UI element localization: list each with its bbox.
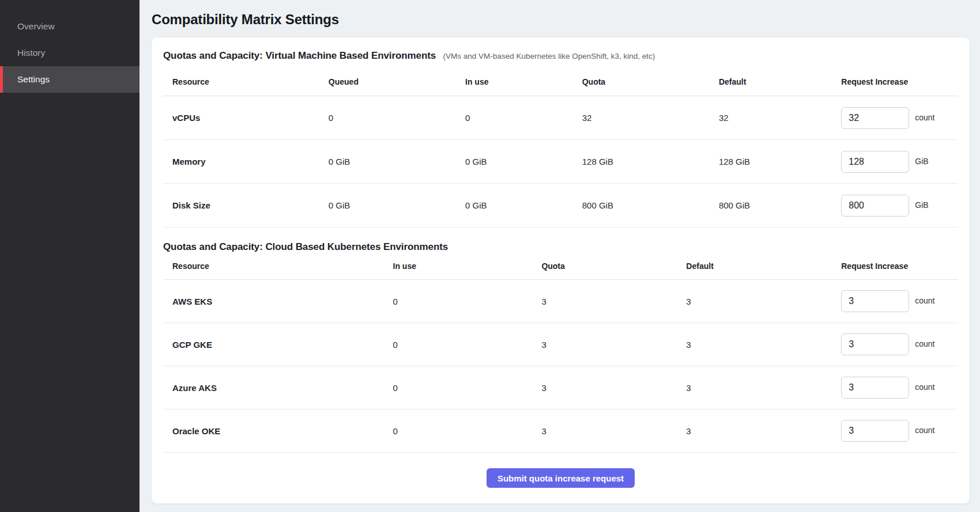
aws-eks-request-input[interactable] xyxy=(841,290,909,312)
default-value: 3 xyxy=(686,426,841,436)
in-use-value: 0 xyxy=(393,297,542,306)
quota-value: 3 xyxy=(541,426,686,436)
in-use-value: 0 xyxy=(465,113,582,123)
quota-value: 3 xyxy=(541,297,686,306)
submit-row: Submit quota increase request xyxy=(163,453,958,488)
request-increase-cell: count xyxy=(841,290,958,312)
table-row-oracle-oke: Oracle OKE 0 3 3 count xyxy=(163,409,958,453)
request-increase-cell: count xyxy=(841,420,958,442)
request-increase-cell: count xyxy=(841,333,958,355)
unit-label: GiB xyxy=(915,200,928,210)
column-header-default: Default xyxy=(686,261,841,271)
in-use-value: 0 xyxy=(393,383,542,393)
azure-aks-request-input[interactable] xyxy=(841,377,909,399)
default-value: 800 GiB xyxy=(719,200,841,210)
in-use-value: 0 xyxy=(393,340,542,350)
cloud-section-header: Quotas and Capacity: Cloud Based Kuberne… xyxy=(163,241,958,253)
column-header-in-use: In use xyxy=(465,77,582,86)
in-use-value: 0 GiB xyxy=(465,157,582,166)
page-title: Compatibility Matrix Settings xyxy=(152,12,970,28)
quota-value: 32 xyxy=(582,113,719,123)
request-increase-cell: GiB xyxy=(841,151,958,173)
app-root: Overview History Settings Compatibility … xyxy=(0,0,980,512)
table-row-disk-size: Disk Size 0 GiB 0 GiB 800 GiB 800 GiB Gi… xyxy=(163,184,958,227)
table-row-aws-eks: AWS EKS 0 3 3 count xyxy=(163,280,958,323)
oracle-oke-request-input[interactable] xyxy=(841,420,909,442)
default-value: 32 xyxy=(719,113,841,123)
quota-value: 3 xyxy=(541,383,686,393)
column-header-quota: Quota xyxy=(582,77,719,86)
cloud-table-header-row: Resource In use Quota Default Request In… xyxy=(163,253,958,280)
quota-value: 800 GiB xyxy=(582,200,719,210)
column-header-resource: Resource xyxy=(163,261,393,271)
default-value: 3 xyxy=(686,297,841,306)
table-row-vcpus: vCPUs 0 0 32 32 count xyxy=(163,96,958,140)
column-header-resource: Resource xyxy=(163,77,329,86)
sidebar-nav: Overview History Settings xyxy=(0,13,140,93)
vm-table-header-row: Resource Queued In use Quota Default Req… xyxy=(163,67,958,96)
main-content: Compatibility Matrix Settings Quotas and… xyxy=(140,0,980,512)
sidebar: Overview History Settings xyxy=(0,0,140,512)
column-header-default: Default xyxy=(719,77,841,86)
table-row-gcp-gke: GCP GKE 0 3 3 count xyxy=(163,323,958,366)
cloud-section-title: Quotas and Capacity: Cloud Based Kuberne… xyxy=(163,241,448,252)
unit-label: count xyxy=(915,296,934,305)
column-header-request-increase: Request Increase xyxy=(841,261,958,271)
queued-value: 0 GiB xyxy=(329,157,465,166)
default-value: 3 xyxy=(686,383,841,393)
disk-size-request-input[interactable] xyxy=(841,195,909,217)
vm-section-header: Quotas and Capacity: Virtual Machine Bas… xyxy=(163,50,958,62)
resource-label: vCPUs xyxy=(163,113,329,123)
cloud-quota-table: Resource In use Quota Default Request In… xyxy=(163,253,958,453)
table-row-memory: Memory 0 GiB 0 GiB 128 GiB 128 GiB GiB xyxy=(163,140,958,184)
unit-label: count xyxy=(915,382,934,392)
default-value: 3 xyxy=(686,340,841,350)
resource-label: AWS EKS xyxy=(163,297,393,306)
request-increase-cell: count xyxy=(841,107,958,129)
gcp-gke-request-input[interactable] xyxy=(841,333,909,355)
settings-card: Quotas and Capacity: Virtual Machine Bas… xyxy=(151,37,970,504)
resource-label: GCP GKE xyxy=(163,340,393,350)
queued-value: 0 GiB xyxy=(329,200,465,210)
quota-value: 3 xyxy=(541,340,686,350)
queued-value: 0 xyxy=(329,113,465,123)
request-increase-cell: count xyxy=(841,377,958,399)
request-increase-cell: GiB xyxy=(841,195,958,217)
vm-quota-table: Resource Queued In use Quota Default Req… xyxy=(163,67,958,227)
column-header-in-use: In use xyxy=(393,261,542,271)
unit-label: GiB xyxy=(915,157,928,166)
resource-label: Oracle OKE xyxy=(163,426,393,436)
in-use-value: 0 GiB xyxy=(465,200,582,210)
unit-label: count xyxy=(915,426,934,435)
in-use-value: 0 xyxy=(393,426,542,436)
vcpus-request-input[interactable] xyxy=(841,107,909,129)
memory-request-input[interactable] xyxy=(841,151,909,173)
submit-quota-button[interactable]: Submit quota increase request xyxy=(487,468,635,488)
table-row-azure-aks: Azure AKS 0 3 3 count xyxy=(163,366,958,409)
unit-label: count xyxy=(915,113,934,122)
sidebar-item-settings[interactable]: Settings xyxy=(0,66,140,93)
resource-label: Disk Size xyxy=(163,200,329,210)
column-header-request-increase: Request Increase xyxy=(841,77,958,86)
resource-label: Azure AKS xyxy=(163,383,393,393)
column-header-queued: Queued xyxy=(329,77,465,86)
vm-section-title: Quotas and Capacity: Virtual Machine Bas… xyxy=(163,50,436,61)
vm-section-subtitle: (VMs and VM-based Kubernetes like OpenSh… xyxy=(443,52,655,60)
sidebar-item-overview[interactable]: Overview xyxy=(0,13,140,40)
unit-label: count xyxy=(915,339,934,348)
default-value: 128 GiB xyxy=(719,157,841,166)
quota-value: 128 GiB xyxy=(582,157,719,166)
column-header-quota: Quota xyxy=(541,261,686,271)
resource-label: Memory xyxy=(163,157,329,166)
sidebar-item-history[interactable]: History xyxy=(0,40,140,66)
